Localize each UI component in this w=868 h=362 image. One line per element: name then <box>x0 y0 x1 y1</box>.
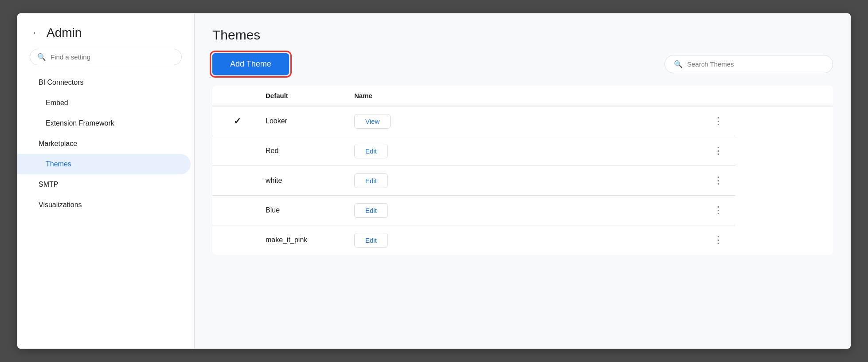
search-icon: 🔍 <box>37 53 46 61</box>
table-row: BlueEdit⋮ <box>212 196 833 225</box>
cell-action-make_it_pink: Edit⋮ <box>345 225 735 255</box>
sidebar-item-smtp[interactable]: SMTP <box>17 174 194 195</box>
col-default-label: Default <box>257 86 345 106</box>
search-themes-icon: 🔍 <box>674 60 683 68</box>
cell-default-looker: ✓ <box>212 106 257 136</box>
edit-button-white[interactable]: Edit <box>354 173 388 188</box>
more-icon-make_it_pink[interactable]: ⋮ <box>710 232 727 248</box>
col-default <box>212 86 257 106</box>
cell-default-white <box>212 166 257 196</box>
back-icon[interactable]: ← <box>31 27 41 39</box>
cell-name-looker: Looker <box>257 106 345 136</box>
table-header: Default Name <box>212 86 833 106</box>
sidebar-title: Admin <box>47 26 82 40</box>
sidebar-item-bi-connectors[interactable]: BI Connectors <box>17 72 194 93</box>
main-content: Themes Add Theme 🔍 Default Name ✓LookerV… <box>195 13 851 349</box>
cell-action-looker: View⋮ <box>345 106 735 136</box>
view-button-looker[interactable]: View <box>354 114 391 129</box>
sidebar-item-themes[interactable]: Themes <box>17 154 191 174</box>
page-title: Themes <box>212 28 833 43</box>
toolbar: Add Theme 🔍 <box>212 53 833 75</box>
col-actions <box>735 86 833 106</box>
sidebar-nav: BI ConnectorsEmbedExtension FrameworkMar… <box>17 72 194 349</box>
cell-action-blue: Edit⋮ <box>345 196 735 225</box>
table-row: ✓LookerView⋮ <box>212 106 833 136</box>
themes-table: Default Name ✓LookerView⋮RedEdit⋮whiteEd… <box>212 86 833 255</box>
sidebar-header: ← Admin <box>17 13 194 49</box>
edit-button-make_it_pink[interactable]: Edit <box>354 233 388 248</box>
more-icon-blue[interactable]: ⋮ <box>710 203 727 218</box>
sidebar-item-extension-framework[interactable]: Extension Framework <box>17 113 194 134</box>
cell-default-blue <box>212 196 257 225</box>
check-icon: ✓ <box>234 116 241 126</box>
sidebar-item-marketplace[interactable]: Marketplace <box>17 134 194 154</box>
cell-name-red: Red <box>257 136 345 166</box>
find-setting-input[interactable] <box>51 53 174 61</box>
search-themes-input[interactable] <box>687 60 824 68</box>
find-setting-search[interactable]: 🔍 <box>30 49 182 65</box>
add-theme-button[interactable]: Add Theme <box>212 53 289 75</box>
sidebar-item-embed[interactable]: Embed <box>17 93 194 113</box>
cell-action-red: Edit⋮ <box>345 136 735 166</box>
app-window: ← Admin 🔍 BI ConnectorsEmbedExtension Fr… <box>17 13 851 349</box>
col-name: Name <box>345 86 735 106</box>
cell-default-red <box>212 136 257 166</box>
more-icon-white[interactable]: ⋮ <box>710 173 727 188</box>
cell-action-white: Edit⋮ <box>345 166 735 196</box>
table-row: RedEdit⋮ <box>212 136 833 166</box>
more-icon-red[interactable]: ⋮ <box>710 143 727 158</box>
edit-button-red[interactable]: Edit <box>354 144 388 158</box>
cell-default-make_it_pink <box>212 225 257 255</box>
table-row: whiteEdit⋮ <box>212 166 833 196</box>
table-row: make_it_pinkEdit⋮ <box>212 225 833 255</box>
cell-name-blue: Blue <box>257 196 345 225</box>
table-body: ✓LookerView⋮RedEdit⋮whiteEdit⋮BlueEdit⋮m… <box>212 106 833 255</box>
sidebar: ← Admin 🔍 BI ConnectorsEmbedExtension Fr… <box>17 13 195 349</box>
cell-name-white: white <box>257 166 345 196</box>
sidebar-item-visualizations[interactable]: Visualizations <box>17 195 194 215</box>
edit-button-blue[interactable]: Edit <box>354 203 388 218</box>
cell-name-make_it_pink: make_it_pink <box>257 225 345 255</box>
more-icon-looker[interactable]: ⋮ <box>710 114 727 129</box>
search-themes-box[interactable]: 🔍 <box>665 55 833 73</box>
